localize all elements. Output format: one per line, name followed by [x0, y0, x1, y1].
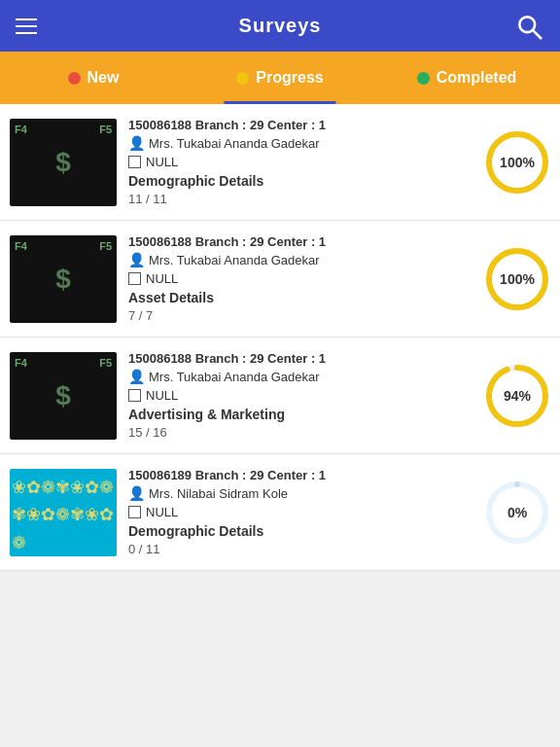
null-row: NULL [128, 505, 472, 519]
app-title: Surveys [239, 15, 322, 37]
person-info: 👤 Mrs. Tukabai Ananda Gadekar [128, 135, 472, 151]
progress-dot [236, 72, 249, 85]
search-icon [515, 13, 542, 40]
count-label: 15 / 16 [128, 425, 472, 440]
tab-progress[interactable]: Progress [187, 52, 373, 104]
percent-label: 100% [500, 271, 535, 287]
survey-thumbnail [10, 469, 117, 556]
survey-info: 150086188 Branch : 29 Center : 1 👤 Mrs. … [128, 351, 472, 440]
survey-item[interactable]: 150086189 Branch : 29 Center : 1 👤 Mrs. … [0, 454, 560, 571]
percent-label: 0% [508, 505, 527, 520]
null-text: NULL [146, 271, 178, 286]
person-icon: 👤 [128, 485, 145, 501]
person-name: Mrs. Nilabai Sidram Kole [149, 486, 288, 501]
survey-item[interactable]: F4 F5 $ 150086188 Branch : 29 Center : 1… [0, 221, 560, 338]
category-label: Demographic Details [128, 173, 472, 189]
survey-info: 150086189 Branch : 29 Center : 1 👤 Mrs. … [128, 468, 472, 556]
count-label: 11 / 11 [128, 192, 472, 206]
survey-item[interactable]: F4 F5 $ 150086188 Branch : 29 Center : 1… [0, 338, 560, 454]
person-info: 👤 Mrs. Tukabai Ananda Gadekar [128, 252, 472, 267]
menu-button[interactable] [16, 18, 37, 34]
tab-new-label: New [88, 69, 120, 87]
branch-info: 150086188 Branch : 29 Center : 1 [128, 118, 472, 132]
tab-bar: New Progress Completed [0, 52, 560, 104]
thumb-container [10, 469, 117, 556]
survey-list: F4 F5 $ 150086188 Branch : 29 Center : 1… [0, 104, 560, 571]
survey-item[interactable]: F4 F5 $ 150086188 Branch : 29 Center : 1… [0, 104, 560, 221]
null-checkbox[interactable] [128, 272, 141, 285]
percent-label: 94% [504, 388, 531, 404]
null-text: NULL [146, 155, 178, 169]
new-dot [68, 72, 81, 85]
branch-info: 150086188 Branch : 29 Center : 1 [128, 351, 472, 366]
search-button[interactable] [513, 11, 544, 42]
survey-thumbnail: F4 F5 $ [10, 235, 117, 323]
progress-circle: 0% [484, 480, 550, 546]
null-row: NULL [128, 388, 472, 403]
null-checkbox[interactable] [128, 506, 141, 518]
survey-thumbnail: F4 F5 $ [10, 352, 117, 440]
progress-circle: 94% [484, 363, 550, 429]
app-header: Surveys [0, 0, 560, 52]
person-icon: 👤 [128, 369, 145, 384]
thumb-container: F4 F5 $ [10, 119, 117, 206]
null-checkbox[interactable] [128, 389, 141, 402]
null-checkbox[interactable] [128, 156, 141, 168]
null-row: NULL [128, 155, 472, 169]
person-info: 👤 Mrs. Tukabai Ananda Gadekar [128, 369, 472, 384]
branch-info: 150086189 Branch : 29 Center : 1 [128, 468, 472, 482]
progress-circle: 100% [484, 129, 550, 196]
progress-circle: 100% [484, 246, 550, 312]
person-info: 👤 Mrs. Nilabai Sidram Kole [128, 485, 472, 501]
null-row: NULL [128, 271, 472, 286]
person-name: Mrs. Tukabai Ananda Gadekar [149, 136, 320, 151]
category-label: Advertising & Marketing [128, 407, 472, 422]
survey-info: 150086188 Branch : 29 Center : 1 👤 Mrs. … [128, 118, 472, 206]
survey-info: 150086188 Branch : 29 Center : 1 👤 Mrs. … [128, 234, 472, 323]
survey-thumbnail: F4 F5 $ [10, 119, 117, 206]
person-name: Mrs. Tukabai Ananda Gadekar [149, 370, 320, 384]
count-label: 0 / 11 [128, 542, 472, 556]
person-icon: 👤 [128, 252, 145, 267]
tab-completed[interactable]: Completed [373, 52, 560, 104]
person-icon: 👤 [128, 135, 145, 151]
null-text: NULL [146, 388, 178, 403]
category-label: Demographic Details [128, 523, 472, 539]
svg-line-1 [533, 30, 541, 38]
thumb-container: F4 F5 $ [10, 352, 117, 440]
person-name: Mrs. Tukabai Ananda Gadekar [149, 253, 320, 267]
percent-label: 100% [500, 155, 535, 170]
count-label: 7 / 7 [128, 308, 472, 323]
category-label: Asset Details [128, 290, 472, 305]
tab-progress-label: Progress [256, 69, 323, 87]
completed-dot [417, 72, 430, 85]
tab-completed-label: Completed [437, 69, 517, 87]
thumb-container: F4 F5 $ [10, 235, 117, 323]
null-text: NULL [146, 505, 178, 519]
tab-new[interactable]: New [0, 52, 187, 104]
branch-info: 150086188 Branch : 29 Center : 1 [128, 234, 472, 249]
